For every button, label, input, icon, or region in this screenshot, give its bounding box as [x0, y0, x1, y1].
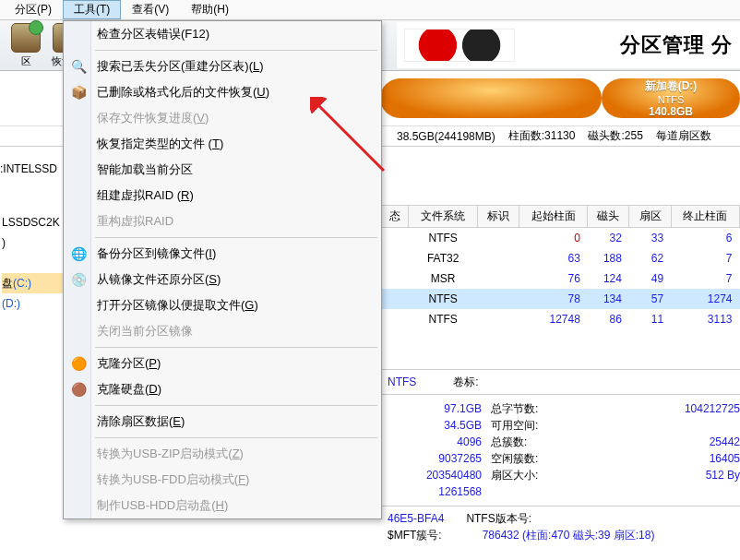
menu-tools[interactable]: 工具(T) [63, 0, 121, 19]
table-row[interactable]: MSR76124497 [381, 268, 740, 289]
menu-item: 关闭当前分区镜像 [64, 318, 381, 344]
menu-item[interactable]: 📦已删除或格式化后的文件恢复(U) [64, 79, 381, 105]
detail-mft-val: 786432 (柱面:470 磁头:39 扇区:18) [483, 527, 655, 543]
banner-title: 分区管理 分 [620, 31, 733, 59]
disk-tree: LSSDSC2K ) 盘(C:) (D:) [0, 212, 69, 314]
partition-detail: NTFS 卷标: 97.1GB总字节数:10421272534.5GB可用空间:… [380, 369, 740, 547]
toolbar-label-0: 区 [21, 54, 31, 68]
menu-item: 转换为USB-FDD启动模式(F) [64, 467, 381, 493]
th-fs[interactable]: 文件系统 [409, 206, 477, 228]
tree-item-c[interactable]: 盘(C:) [2, 273, 69, 293]
menu-item[interactable]: 清除扇区数据(E) [64, 409, 381, 435]
menu-item: 重构虚拟RAID [64, 209, 381, 234]
banner: 分区管理 分 [397, 22, 740, 68]
detail-guid: 46E5-BFA4 [388, 510, 444, 527]
menu-item[interactable]: 🟠克隆分区(P) [64, 351, 381, 376]
menu-item[interactable]: 智能加载当前分区 [64, 157, 381, 183]
menu-item[interactable]: 恢复指定类型的文件 (T) [64, 131, 381, 157]
tree-item[interactable]: LSSDSC2K [2, 212, 69, 232]
detail-ntfsver-label: NTFS版本号: [466, 510, 531, 527]
th-endcyl[interactable]: 终止柱面 [671, 206, 739, 228]
menu-item: 转换为USB-ZIP启动模式(Z) [64, 441, 381, 467]
menu-item: 保存文件恢复进度(V) [64, 105, 381, 131]
th-head[interactable]: 磁头 [588, 206, 629, 228]
menu-item[interactable]: 💿从镜像文件还原分区(S) [64, 267, 381, 292]
th-flag[interactable]: 标识 [477, 206, 519, 228]
disc2-icon: 🟤 [69, 380, 88, 399]
menu-partition[interactable]: 分区(P) [4, 0, 63, 19]
menu-item[interactable]: 组建虚拟RAID (R) [64, 183, 381, 209]
table-row[interactable]: FAT3263188627 [381, 248, 740, 268]
segment-size: 140.8GB [649, 105, 693, 118]
globe2-icon: 💿 [69, 270, 88, 289]
table-row[interactable]: NTFS032336 [381, 228, 740, 249]
th-startcyl[interactable]: 起始柱面 [519, 206, 587, 228]
menubar: 分区(P) 工具(T) 查看(V) 帮助(H) [0, 0, 740, 20]
table-row[interactable]: NTFS1274886113113 [381, 309, 740, 329]
detail-mft-label: $MFT簇号: [388, 527, 442, 543]
toolbar-icon-0 [11, 23, 41, 53]
disk-segment-hidden[interactable] [380, 78, 602, 118]
menu-item[interactable]: 打开分区镜像以便提取文件(G) [64, 292, 381, 318]
disk-segment-d[interactable]: 新加卷(D:) NTFS 140.8GB [602, 78, 740, 118]
toolbar-btn-0[interactable]: 区 [6, 19, 46, 72]
segment-fs: NTFS [658, 94, 685, 105]
partition-table: 态 文件系统 标识 起始柱面 磁头 扇区 终止柱面 NTFS032336FAT3… [380, 205, 740, 329]
disk-name-fragment: :INTELSSD [0, 162, 57, 175]
menu-help[interactable]: 帮助(H) [180, 0, 240, 19]
tools-dropdown: 检查分区表错误(F12)🔍搜索已丢失分区(重建分区表)(L)📦已删除或格式化后的… [63, 20, 382, 519]
th-sector[interactable]: 扇区 [629, 206, 671, 228]
table-header: 态 文件系统 标识 起始柱面 磁头 扇区 终止柱面 [381, 206, 740, 228]
disk-capacity: 38.5GB(244198MB) [397, 130, 495, 143]
disc-icon: 🟠 [69, 354, 88, 373]
tree-item[interactable]: ) [2, 232, 69, 253]
menu-item[interactable]: 🔍搜索已丢失分区(重建分区表)(L) [64, 54, 381, 79]
menu-item: 制作USB-HDD启动盘(H) [64, 493, 381, 518]
menu-item[interactable]: 🟤克隆硬盘(D) [64, 376, 381, 402]
search-icon: 🔍 [69, 57, 88, 76]
app-logo-icon [404, 29, 515, 62]
detail-fs: NTFS [388, 374, 416, 390]
menu-item[interactable]: 🌐备份分区到镜像文件(I) [64, 241, 381, 267]
box-icon: 📦 [69, 83, 88, 101]
tree-item-d[interactable]: (D:) [2, 293, 69, 314]
menu-item[interactable]: 检查分区表错误(F12) [64, 21, 381, 47]
segment-label: 新加卷(D:) [645, 78, 698, 94]
detail-vol-label: 卷标: [453, 374, 478, 390]
menu-view[interactable]: 查看(V) [121, 0, 180, 19]
globe-icon: 🌐 [69, 244, 88, 263]
th-state[interactable]: 态 [381, 206, 409, 228]
table-row[interactable]: NTFS78134571274 [381, 289, 740, 309]
